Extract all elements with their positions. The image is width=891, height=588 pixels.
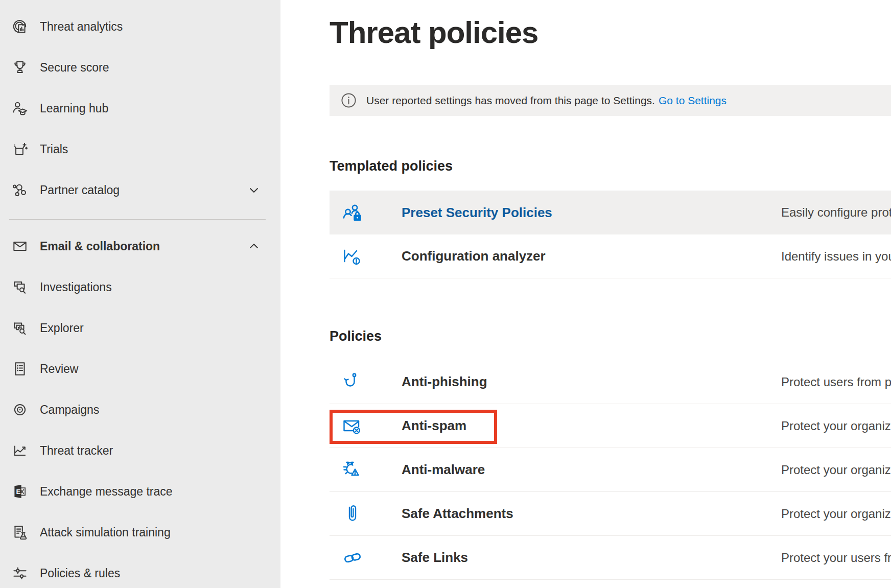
investigations-icon	[11, 278, 29, 296]
row-description: Protect your organiz	[781, 463, 891, 477]
explorer-icon	[11, 319, 29, 337]
row-anti-phishing[interactable]: Anti-phishing Protect users from p	[330, 360, 891, 404]
sidebar-item-explorer[interactable]: Explorer	[0, 308, 280, 348]
sidebar-item-label: Campaigns	[40, 403, 99, 417]
row-title: Configuration analyzer	[402, 248, 546, 264]
sidebar-item-label: Email & collaboration	[40, 240, 160, 253]
templated-policies-heading: Templated policies	[330, 157, 891, 175]
sidebar-item-review[interactable]: Review	[0, 348, 280, 389]
templated-policies-list: Preset Security Policies Easily configur…	[330, 191, 891, 278]
sidebar-item-label: Trials	[40, 143, 68, 156]
sidebar-item-investigations[interactable]: Investigations	[0, 267, 280, 308]
anti-spam-icon	[341, 415, 364, 437]
sidebar-item-threat-tracker[interactable]: Threat tracker	[0, 430, 280, 471]
sidebar: Threat analytics Secure score Learning h…	[0, 0, 280, 588]
svg-text:E: E	[16, 488, 21, 496]
row-title: Anti-malware	[402, 462, 485, 478]
sidebar-item-label: Policies & rules	[40, 567, 120, 580]
sidebar-item-campaigns[interactable]: Campaigns	[0, 389, 280, 430]
sidebar-item-label: Review	[40, 362, 78, 376]
sidebar-item-policies-rules[interactable]: Policies & rules	[0, 553, 280, 588]
row-safe-attachments[interactable]: Safe Attachments Protect your organiz	[330, 492, 891, 536]
policies-heading: Policies	[330, 327, 891, 345]
configuration-analyzer-icon	[341, 245, 364, 268]
policies-list: Anti-phishing Protect users from p Anti-…	[330, 360, 891, 580]
sidebar-item-email-collaboration[interactable]: Email & collaboration	[0, 226, 280, 267]
page-title: Threat policies	[330, 13, 891, 52]
preset-security-policies-icon	[341, 201, 364, 224]
partner-catalog-icon	[11, 181, 29, 199]
sidebar-item-label: Explorer	[40, 321, 84, 335]
trials-icon	[11, 140, 29, 158]
row-title: Anti-spam	[402, 418, 466, 434]
anti-phishing-icon	[341, 371, 364, 393]
row-title: Anti-phishing	[402, 374, 487, 390]
safe-links-icon	[341, 547, 364, 569]
row-description: Identify issues in you	[781, 249, 891, 264]
row-safe-links[interactable]: Safe Links Protect your users fr	[330, 536, 891, 580]
learning-hub-icon	[11, 100, 29, 117]
campaigns-icon	[11, 401, 29, 418]
sidebar-item-learning-hub[interactable]: Learning hub	[0, 88, 280, 129]
anti-malware-icon	[341, 459, 364, 481]
exchange-message-trace-icon: E	[11, 483, 29, 500]
row-description: Protect your organiz	[781, 419, 891, 433]
row-title: Safe Links	[402, 550, 468, 566]
threat-analytics-icon	[11, 18, 29, 35]
row-description: Protect your users fr	[781, 551, 891, 565]
row-preset-security-policies[interactable]: Preset Security Policies Easily configur…	[330, 191, 891, 234]
review-icon	[11, 360, 29, 378]
sidebar-item-label: Attack simulation training	[40, 526, 171, 539]
sidebar-item-attack-simulation-training[interactable]: Attack simulation training	[0, 512, 280, 553]
row-description: Protect your organiz	[781, 507, 891, 521]
sidebar-item-label: Investigations	[40, 280, 112, 294]
sidebar-item-label: Threat analytics	[40, 20, 123, 34]
info-icon	[341, 92, 357, 108]
row-title: Preset Security Policies	[402, 205, 552, 221]
sidebar-divider	[9, 219, 266, 220]
row-description: Protect users from p	[781, 375, 891, 389]
sidebar-item-label: Exchange message trace	[40, 485, 173, 499]
row-anti-malware[interactable]: Anti-malware Protect your organiz	[330, 448, 891, 492]
sidebar-item-threat-analytics[interactable]: Threat analytics	[0, 6, 280, 47]
chevron-down-icon[interactable]	[248, 184, 260, 196]
sidebar-item-trials[interactable]: Trials	[0, 129, 280, 170]
row-configuration-analyzer[interactable]: Configuration analyzer Identify issues i…	[330, 234, 891, 278]
safe-attachments-icon	[341, 503, 364, 525]
banner-message: User reported settings has moved from th…	[366, 95, 655, 107]
sidebar-item-label: Partner catalog	[40, 183, 120, 197]
chevron-up-icon[interactable]	[248, 240, 260, 252]
sidebar-item-partner-catalog[interactable]: Partner catalog	[0, 170, 280, 210]
policies-rules-icon	[11, 565, 29, 582]
row-description: Easily configure prot	[781, 205, 891, 220]
attack-simulation-training-icon	[11, 524, 29, 541]
secure-score-icon	[11, 59, 29, 76]
sidebar-item-label: Learning hub	[40, 102, 108, 115]
main-content: Threat policies User reported settings h…	[280, 0, 891, 588]
row-anti-spam[interactable]: Anti-spam Protect your organiz	[330, 404, 891, 448]
sidebar-item-label: Secure score	[40, 61, 109, 75]
email-collaboration-icon	[11, 238, 29, 255]
sidebar-item-label: Threat tracker	[40, 444, 113, 458]
threat-tracker-icon	[11, 442, 29, 459]
sidebar-item-secure-score[interactable]: Secure score	[0, 47, 280, 88]
row-title: Safe Attachments	[402, 506, 513, 522]
info-banner: User reported settings has moved from th…	[330, 85, 891, 116]
sidebar-item-exchange-message-trace[interactable]: E Exchange message trace	[0, 471, 280, 512]
go-to-settings-link[interactable]: Go to Settings	[659, 95, 726, 107]
